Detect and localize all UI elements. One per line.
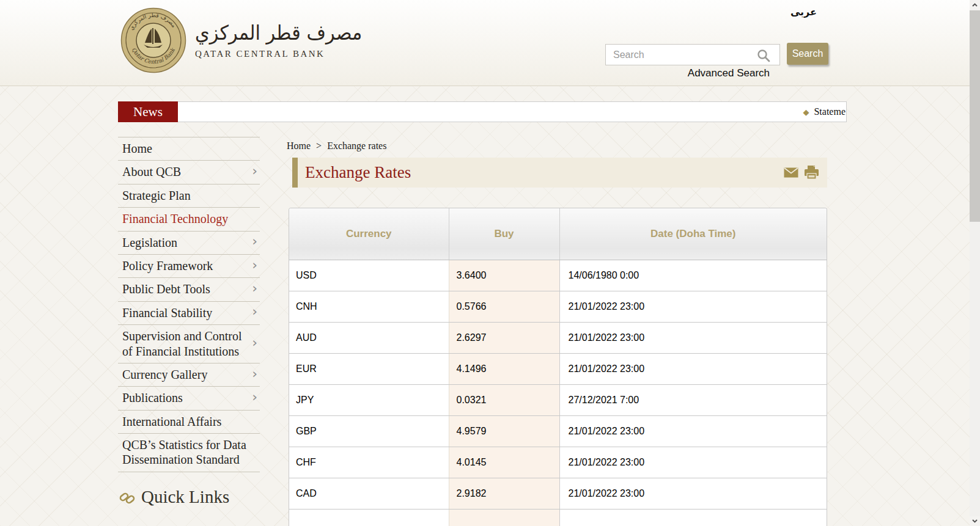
cell-buy: 4.9579 [449,415,559,447]
sidebar-item-label: QCB’s Statistics for Data Dissemination … [122,438,246,466]
sidebar-item-label: Financial Stability [122,306,212,320]
sidebar-item-label: Financial Technology [122,212,228,225]
site-header: عربى مصرف قطر المركزي Qatar Central Bank [0,0,970,86]
chevron-right-icon: › [252,366,257,382]
cell-buy: 0.5766 [449,291,559,322]
cell-currency: USD [289,260,449,291]
breadcrumb-home-link[interactable]: Home [287,141,311,151]
cell-currency: CNH [289,291,449,322]
breadcrumb-separator: > [316,141,322,151]
sidebar-item-financial-technology[interactable]: Financial Technology [118,208,260,231]
table-row-cnh: CNH0.576621/01/2022 23:00 [289,291,827,322]
exchange-rates-table: Currency Buy Date (Doha Time) USD3.64001… [289,208,827,526]
cell-date: 27/12/2021 7:00 [559,384,827,415]
scrollbar-thumb[interactable] [970,10,980,222]
sidebar-item-label: Policy Framework [122,259,213,272]
cell-date [559,509,827,526]
sidebar-item-label: Home [122,142,152,155]
cell-currency: CHF [289,447,449,478]
table-row-cad: CAD2.918221/01/2022 23:00 [289,478,827,509]
table-row-jpy: JPY0.032127/12/2021 7:00 [289,384,827,415]
cell-currency: JPY [289,384,449,415]
title-band-icons [784,158,819,188]
sidebar-item-currency-gallery[interactable]: Currency Gallery› [118,363,260,387]
sidebar-item-public-debt-tools[interactable]: Public Debt Tools› [118,278,260,301]
sidebar-item-label: Strategic Plan [122,189,191,202]
sidebar-item-financial-stability[interactable]: Financial Stability› [118,302,260,325]
cell-date: 21/01/2022 23:00 [559,291,827,322]
sidebar-item-strategic-plan[interactable]: Strategic Plan [118,184,260,208]
logo-text: مصرف قطر المركزي QATAR CENTRAL BANK [195,7,302,59]
arabic-language-link[interactable]: عربى [790,6,817,18]
table-row-partial [289,509,827,526]
table-header-row: Currency Buy Date (Doha Time) [289,208,827,260]
sidebar-item-publications[interactable]: Publications› [118,387,260,410]
page-title: Exchange Rates [305,163,411,182]
cell-currency [289,509,449,526]
cell-buy: 0.0321 [449,384,559,415]
sidebar-item-legislation[interactable]: Legislation› [118,232,260,255]
sidebar-item-international-affairs[interactable]: International Affairs [118,411,260,434]
sidebar-item-label: Legislation [122,236,177,249]
page: عربى مصرف قطر المركزي Qatar Central Bank [0,0,980,526]
chevron-right-icon: › [252,257,257,274]
sidebar-item-about-qcb[interactable]: About QCB› [118,161,260,184]
sidebar-item-label: About QCB [122,165,181,178]
rates-table-body: USD3.640014/06/1980 0:00CNH0.576621/01/2… [289,260,827,526]
column-header-currency: Currency [289,208,449,260]
cell-buy: 2.6297 [449,322,559,353]
news-label: News [118,101,178,122]
sidebar-item-home[interactable]: Home [118,137,260,161]
sidebar-nav: HomeAbout QCB›Strategic PlanFinancial Te… [118,137,260,472]
column-header-buy: Buy [449,208,559,260]
bank-name-text: QATAR CENTRAL BANK [195,49,302,59]
sidebar: HomeAbout QCB›Strategic PlanFinancial Te… [118,137,260,507]
title-accent-bar [292,158,298,188]
print-icon[interactable] [804,166,819,180]
quick-links-header: Quick Links [118,487,260,507]
qcb-seal-icon: مصرف قطر المركزي Qatar Central Bank [120,7,186,73]
email-icon[interactable] [784,167,798,178]
vertical-scrollbar[interactable] [970,0,980,526]
search-icon[interactable] [757,49,770,62]
table-row-eur: EUR4.149621/01/2022 23:00 [289,353,827,384]
table-row-gbp: GBP4.957921/01/2022 23:00 [289,415,827,447]
chevron-right-icon: › [252,389,257,406]
sidebar-item-supervision-and-control-of-financial-institutions[interactable]: Supervision and Control of Financial Ins… [118,325,260,363]
sidebar-item-label: Publications [122,391,183,404]
ticker-item-text[interactable]: Stateme [814,106,846,117]
cell-date: 21/01/2022 23:00 [559,478,827,509]
chevron-right-icon: › [252,233,257,250]
cell-date: 21/01/2022 23:00 [559,415,827,447]
search-button[interactable]: Search [787,43,828,65]
breadcrumb: Home > Exchange rates [287,141,386,152]
sidebar-item-policy-framework[interactable]: Policy Framework› [118,255,260,278]
diamond-bullet-icon: ◆ [803,108,809,117]
quick-links-title[interactable]: Quick Links [141,487,229,507]
sidebar-item-label: International Affairs [122,415,221,428]
cell-currency: EUR [289,353,449,384]
sidebar-item-qcb-s-statistics-for-data-dissemination-standard[interactable]: QCB’s Statistics for Data Dissemination … [118,434,260,472]
cell-buy: 2.9182 [449,478,559,509]
table-row-chf: CHF4.014521/01/2022 23:00 [289,447,827,478]
cell-buy: 4.1496 [449,353,559,384]
cell-buy [449,509,559,526]
cell-buy: 4.0145 [449,447,559,478]
page-title-band: Exchange Rates [292,158,827,188]
qcb-logo: مصرف قطر المركزي Qatar Central Bank مصرف… [120,7,302,73]
cell-date: 21/01/2022 23:00 [559,447,827,478]
scroll-down-icon[interactable] [970,516,980,526]
news-ticker: ◆ Stateme [178,101,847,122]
search-input[interactable] [605,44,780,65]
ticker-item[interactable]: ◆ Stateme [803,102,846,122]
cell-date: 21/01/2022 23:00 [559,322,827,353]
cell-currency: GBP [289,415,449,447]
arabic-calligraphy: مصرف قطر المركزي [195,22,293,44]
scroll-up-icon[interactable] [970,0,980,10]
chevron-right-icon: › [252,280,257,297]
advanced-search-link[interactable]: Advanced Search [688,67,770,79]
table-row-aud: AUD2.629721/01/2022 23:00 [289,322,827,353]
breadcrumb-current: Exchange rates [327,141,386,151]
sidebar-item-label: Supervision and Control of Financial Ins… [122,329,242,357]
chevron-right-icon: › [252,163,257,180]
